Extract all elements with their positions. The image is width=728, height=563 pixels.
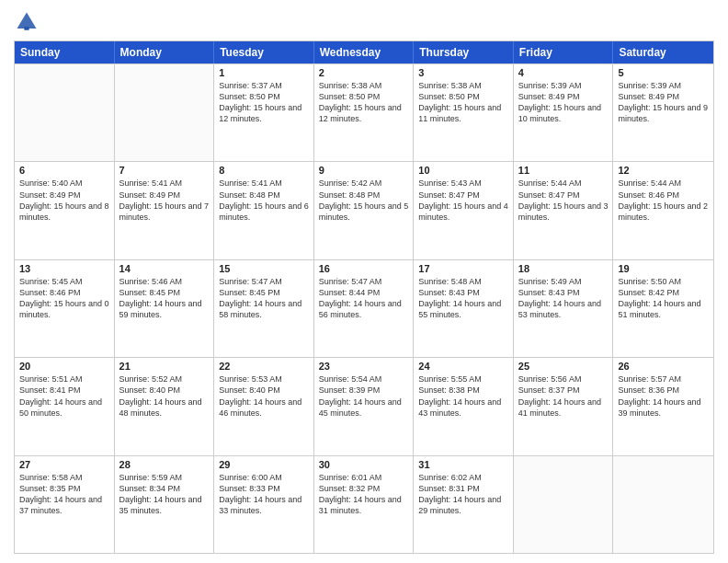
- cell-day-number: 14: [119, 263, 210, 274]
- cell-day-number: 27: [19, 459, 109, 470]
- cell-info: Sunrise: 5:59 AM Sunset: 8:34 PM Dayligh…: [119, 472, 210, 517]
- calendar-cell: 23Sunrise: 5:54 AM Sunset: 8:39 PM Dayli…: [314, 358, 415, 454]
- cell-info: Sunrise: 5:53 AM Sunset: 8:40 PM Dayligh…: [219, 373, 309, 419]
- cell-day-number: 23: [319, 361, 409, 372]
- cell-info: Sunrise: 5:39 AM Sunset: 8:49 PM Dayligh…: [518, 80, 609, 125]
- header-day-wednesday: Wednesday: [314, 41, 415, 63]
- cell-info: Sunrise: 5:49 AM Sunset: 8:43 PM Dayligh…: [518, 276, 609, 321]
- cell-day-number: 16: [319, 263, 409, 274]
- cell-info: Sunrise: 5:45 AM Sunset: 8:46 PM Dayligh…: [19, 276, 109, 321]
- calendar-week-4: 20Sunrise: 5:51 AM Sunset: 8:41 PM Dayli…: [15, 357, 713, 454]
- calendar-cell: 18Sunrise: 5:49 AM Sunset: 8:43 PM Dayli…: [514, 260, 614, 357]
- cell-info: Sunrise: 5:58 AM Sunset: 8:35 PM Dayligh…: [19, 472, 109, 517]
- cell-info: Sunrise: 5:43 AM Sunset: 8:47 PM Dayligh…: [418, 178, 508, 223]
- calendar-cell: 12Sunrise: 5:44 AM Sunset: 8:46 PM Dayli…: [613, 162, 713, 259]
- calendar-week-1: 1Sunrise: 5:37 AM Sunset: 8:50 PM Daylig…: [15, 63, 713, 161]
- cell-day-number: 11: [518, 165, 609, 176]
- svg-rect-2: [24, 27, 28, 30]
- cell-info: Sunrise: 5:41 AM Sunset: 8:49 PM Dayligh…: [119, 178, 210, 223]
- cell-day-number: 4: [518, 67, 609, 78]
- cell-day-number: 20: [19, 361, 109, 372]
- cell-day-number: 12: [618, 165, 709, 176]
- cell-day-number: 2: [319, 67, 409, 78]
- cell-day-number: 26: [618, 361, 709, 372]
- cell-day-number: 31: [418, 459, 508, 470]
- cell-day-number: 1: [219, 67, 309, 78]
- cell-info: Sunrise: 5:46 AM Sunset: 8:45 PM Dayligh…: [119, 276, 210, 321]
- calendar: SundayMondayTuesdayWednesdayThursdayFrid…: [14, 40, 714, 554]
- header-day-tuesday: Tuesday: [214, 41, 314, 63]
- header-day-thursday: Thursday: [414, 41, 514, 63]
- cell-info: Sunrise: 6:01 AM Sunset: 8:32 PM Dayligh…: [319, 472, 409, 517]
- calendar-cell: 2Sunrise: 5:38 AM Sunset: 8:50 PM Daylig…: [314, 64, 415, 161]
- cell-info: Sunrise: 5:57 AM Sunset: 8:36 PM Dayligh…: [618, 373, 709, 419]
- calendar-cell: 6Sunrise: 5:40 AM Sunset: 8:49 PM Daylig…: [15, 162, 115, 259]
- cell-day-number: 13: [19, 263, 109, 274]
- cell-info: Sunrise: 5:41 AM Sunset: 8:48 PM Dayligh…: [219, 178, 309, 223]
- cell-info: Sunrise: 5:44 AM Sunset: 8:46 PM Dayligh…: [618, 178, 709, 223]
- calendar-cell: 20Sunrise: 5:51 AM Sunset: 8:41 PM Dayli…: [15, 358, 115, 454]
- cell-day-number: 21: [119, 361, 210, 372]
- calendar-body: 1Sunrise: 5:37 AM Sunset: 8:50 PM Daylig…: [15, 63, 713, 553]
- calendar-week-3: 13Sunrise: 5:45 AM Sunset: 8:46 PM Dayli…: [15, 259, 713, 357]
- calendar-cell: 25Sunrise: 5:56 AM Sunset: 8:37 PM Dayli…: [514, 358, 614, 454]
- cell-day-number: 6: [19, 165, 109, 176]
- calendar-cell: 1Sunrise: 5:37 AM Sunset: 8:50 PM Daylig…: [214, 64, 314, 161]
- calendar-cell: 21Sunrise: 5:52 AM Sunset: 8:40 PM Dayli…: [115, 358, 215, 454]
- calendar-cell: 19Sunrise: 5:50 AM Sunset: 8:42 PM Dayli…: [613, 260, 713, 357]
- calendar-cell: 4Sunrise: 5:39 AM Sunset: 8:49 PM Daylig…: [514, 64, 614, 161]
- cell-info: Sunrise: 5:52 AM Sunset: 8:40 PM Dayligh…: [119, 373, 210, 419]
- cell-info: Sunrise: 5:37 AM Sunset: 8:50 PM Dayligh…: [219, 80, 309, 125]
- cell-info: Sunrise: 5:47 AM Sunset: 8:44 PM Dayligh…: [319, 276, 409, 321]
- cell-info: Sunrise: 5:39 AM Sunset: 8:49 PM Dayligh…: [618, 80, 709, 125]
- cell-day-number: 9: [319, 165, 409, 176]
- calendar-cell: 15Sunrise: 5:47 AM Sunset: 8:45 PM Dayli…: [214, 260, 314, 357]
- logo: [14, 9, 43, 35]
- header: [14, 9, 714, 35]
- cell-info: Sunrise: 5:40 AM Sunset: 8:49 PM Dayligh…: [19, 178, 109, 223]
- calendar-cell: [613, 456, 713, 553]
- cell-info: Sunrise: 5:51 AM Sunset: 8:41 PM Dayligh…: [19, 373, 109, 419]
- cell-day-number: 17: [418, 263, 508, 274]
- cell-day-number: 28: [119, 459, 210, 470]
- logo-icon: [14, 9, 40, 35]
- cell-day-number: 29: [219, 459, 309, 470]
- calendar-header: SundayMondayTuesdayWednesdayThursdayFrid…: [15, 41, 713, 63]
- cell-day-number: 7: [119, 165, 210, 176]
- calendar-cell: 11Sunrise: 5:44 AM Sunset: 8:47 PM Dayli…: [514, 162, 614, 259]
- calendar-cell: 8Sunrise: 5:41 AM Sunset: 8:48 PM Daylig…: [214, 162, 314, 259]
- cell-info: Sunrise: 5:38 AM Sunset: 8:50 PM Dayligh…: [319, 80, 409, 125]
- calendar-cell: 29Sunrise: 6:00 AM Sunset: 8:33 PM Dayli…: [214, 456, 314, 553]
- cell-day-number: 25: [518, 361, 609, 372]
- calendar-cell: 14Sunrise: 5:46 AM Sunset: 8:45 PM Dayli…: [115, 260, 215, 357]
- cell-day-number: 8: [219, 165, 309, 176]
- cell-info: Sunrise: 5:48 AM Sunset: 8:43 PM Dayligh…: [418, 276, 508, 321]
- header-day-friday: Friday: [514, 41, 614, 63]
- cell-day-number: 22: [219, 361, 309, 372]
- calendar-cell: 13Sunrise: 5:45 AM Sunset: 8:46 PM Dayli…: [15, 260, 115, 357]
- cell-info: Sunrise: 6:00 AM Sunset: 8:33 PM Dayligh…: [219, 472, 309, 517]
- cell-day-number: 18: [518, 263, 609, 274]
- cell-info: Sunrise: 5:50 AM Sunset: 8:42 PM Dayligh…: [618, 276, 709, 321]
- cell-day-number: 5: [618, 67, 709, 78]
- cell-info: Sunrise: 5:38 AM Sunset: 8:50 PM Dayligh…: [418, 80, 508, 125]
- cell-info: Sunrise: 5:56 AM Sunset: 8:37 PM Dayligh…: [518, 373, 609, 419]
- cell-info: Sunrise: 5:42 AM Sunset: 8:48 PM Dayligh…: [319, 178, 409, 223]
- calendar-cell: 30Sunrise: 6:01 AM Sunset: 8:32 PM Dayli…: [314, 456, 415, 553]
- page: SundayMondayTuesdayWednesdayThursdayFrid…: [0, 0, 728, 563]
- calendar-cell: 10Sunrise: 5:43 AM Sunset: 8:47 PM Dayli…: [414, 162, 514, 259]
- calendar-cell: 17Sunrise: 5:48 AM Sunset: 8:43 PM Dayli…: [414, 260, 514, 357]
- header-day-saturday: Saturday: [613, 41, 713, 63]
- calendar-week-5: 27Sunrise: 5:58 AM Sunset: 8:35 PM Dayli…: [15, 455, 713, 553]
- cell-day-number: 3: [418, 67, 508, 78]
- calendar-cell: [15, 64, 115, 161]
- cell-info: Sunrise: 5:54 AM Sunset: 8:39 PM Dayligh…: [319, 373, 409, 419]
- header-day-monday: Monday: [115, 41, 215, 63]
- cell-info: Sunrise: 5:44 AM Sunset: 8:47 PM Dayligh…: [518, 178, 609, 223]
- calendar-cell: 26Sunrise: 5:57 AM Sunset: 8:36 PM Dayli…: [613, 358, 713, 454]
- calendar-cell: 9Sunrise: 5:42 AM Sunset: 8:48 PM Daylig…: [314, 162, 415, 259]
- calendar-cell: 22Sunrise: 5:53 AM Sunset: 8:40 PM Dayli…: [214, 358, 314, 454]
- cell-day-number: 15: [219, 263, 309, 274]
- calendar-cell: 3Sunrise: 5:38 AM Sunset: 8:50 PM Daylig…: [414, 64, 514, 161]
- cell-info: Sunrise: 5:47 AM Sunset: 8:45 PM Dayligh…: [219, 276, 309, 321]
